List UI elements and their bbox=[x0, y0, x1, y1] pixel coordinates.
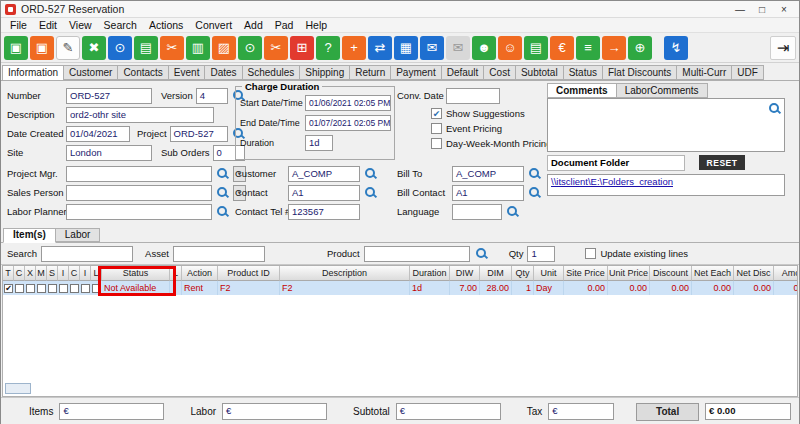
project-field[interactable]: ORD-527 bbox=[170, 126, 228, 142]
row-flag-cell[interactable]: ✔ bbox=[3, 281, 14, 295]
grid-flag-header[interactable]: C bbox=[14, 266, 25, 281]
reset-button[interactable]: RESET bbox=[699, 155, 745, 170]
paste-button[interactable]: ▨ bbox=[212, 36, 236, 60]
grid-flag-header[interactable]: T bbox=[3, 266, 14, 281]
menu-item[interactable]: Convert bbox=[189, 19, 238, 31]
row-flag-cell[interactable] bbox=[91, 281, 102, 295]
number-field[interactable]: ORD-527 bbox=[66, 88, 152, 104]
grid-column-header[interactable]: Net Disc bbox=[734, 266, 774, 281]
duration-field[interactable]: 1d bbox=[305, 135, 333, 151]
grid-column-header[interactable]: Net Each bbox=[692, 266, 734, 281]
cut-button[interactable]: ✂ bbox=[160, 36, 184, 60]
find-items-button[interactable]: ⊙ bbox=[238, 36, 262, 60]
grid-column-header[interactable]: Product ID bbox=[218, 266, 280, 281]
grid-flag-header[interactable]: C bbox=[69, 266, 80, 281]
product-input[interactable] bbox=[364, 246, 470, 262]
labor-planner-search-icon[interactable] bbox=[215, 204, 230, 219]
maximize-button[interactable]: □ bbox=[751, 4, 773, 15]
end-datetime-field[interactable]: 01/07/2021 02:05 PM bbox=[305, 115, 391, 131]
row-flag-cell[interactable] bbox=[14, 281, 25, 295]
purchase-cart-button[interactable]: ⊞ bbox=[290, 36, 314, 60]
main-tab[interactable]: Event bbox=[169, 65, 206, 80]
comments-search-icon[interactable] bbox=[767, 101, 782, 116]
customer-button[interactable]: ☺ bbox=[498, 36, 522, 60]
grid-column-header[interactable]: Amou bbox=[774, 266, 798, 281]
grid-flag-header[interactable]: L bbox=[91, 266, 102, 281]
grid-column-header[interactable]: Duration bbox=[410, 266, 450, 281]
close-button[interactable]: × bbox=[773, 4, 795, 15]
search-button[interactable]: ⊙ bbox=[108, 36, 132, 60]
items-tab[interactable]: Item(s) bbox=[3, 228, 56, 243]
main-tab[interactable]: UDF bbox=[732, 65, 764, 80]
description-field[interactable]: ord2-othr site bbox=[66, 107, 214, 123]
menu-item[interactable]: Actions bbox=[143, 19, 189, 31]
grid-column-header[interactable]: Action bbox=[182, 266, 218, 281]
menu-item[interactable]: View bbox=[63, 19, 98, 31]
edit-button[interactable]: ✎ bbox=[56, 36, 80, 60]
grid-column-header[interactable]: Qty bbox=[512, 266, 534, 281]
search-input[interactable] bbox=[41, 246, 133, 262]
main-tab[interactable]: Return bbox=[350, 65, 391, 80]
shipping-button[interactable]: → bbox=[602, 36, 626, 60]
bill-contact-field[interactable]: A1 bbox=[452, 185, 524, 201]
main-tab[interactable]: Default bbox=[442, 65, 485, 80]
main-tab[interactable]: Subtotal bbox=[516, 65, 564, 80]
grid-flag-header[interactable]: M bbox=[36, 266, 47, 281]
main-tab[interactable]: Contacts bbox=[118, 65, 168, 80]
project-mgr-search-icon[interactable] bbox=[215, 166, 230, 181]
main-tab[interactable]: Shipping bbox=[300, 65, 350, 80]
grid-column-header[interactable]: Status bbox=[102, 266, 170, 281]
row-flag-cell[interactable] bbox=[47, 281, 58, 295]
language-field[interactable] bbox=[452, 204, 502, 220]
notes-disabled-button[interactable]: ✉ bbox=[446, 36, 470, 60]
update-existing-lines-checkbox[interactable] bbox=[585, 248, 596, 259]
menu-item[interactable]: Edit bbox=[33, 19, 63, 31]
add-to-cart-button[interactable]: + bbox=[342, 36, 366, 60]
row-flag-cell[interactable] bbox=[25, 281, 36, 295]
conv-date-field[interactable] bbox=[446, 88, 500, 104]
grid-column-header[interactable]: DIM bbox=[480, 266, 512, 281]
subtotal-field[interactable]: € bbox=[396, 403, 501, 420]
minimize-button[interactable]: — bbox=[729, 4, 751, 15]
grid-column-header[interactable]: L bbox=[170, 266, 182, 281]
network-button[interactable]: ⊕ bbox=[628, 36, 652, 60]
main-tab[interactable]: Status bbox=[564, 65, 603, 80]
menu-item[interactable]: Add bbox=[238, 19, 269, 31]
delete-button[interactable]: ✖ bbox=[82, 36, 106, 60]
save-button[interactable]: ▣ bbox=[4, 36, 28, 60]
main-tab[interactable]: Dates bbox=[205, 65, 242, 80]
bill-to-field[interactable]: A_COMP bbox=[452, 166, 524, 182]
main-tab[interactable]: Payment bbox=[391, 65, 441, 80]
comments-tab[interactable]: Comments bbox=[547, 83, 617, 98]
total-field[interactable]: € 0.00 bbox=[705, 403, 791, 420]
menu-item[interactable]: Help bbox=[299, 19, 333, 31]
remove-items-button[interactable]: ✂ bbox=[264, 36, 288, 60]
main-tab[interactable]: Cost bbox=[484, 65, 516, 80]
items-total-field[interactable]: € bbox=[59, 403, 164, 420]
help-search-button[interactable]: ? bbox=[316, 36, 340, 60]
row-flag-cell[interactable] bbox=[58, 281, 69, 295]
grid-column-header[interactable]: Unit Price bbox=[608, 266, 650, 281]
quick-post-button[interactable]: ↯ bbox=[664, 36, 688, 60]
comments-textarea[interactable] bbox=[547, 98, 785, 152]
site-field[interactable]: London bbox=[66, 145, 152, 161]
billing-button[interactable]: € bbox=[550, 36, 574, 60]
row-flag-cell[interactable] bbox=[69, 281, 80, 295]
document-folder-link[interactable]: \\itsclient\E:\Folders_creation bbox=[551, 176, 673, 187]
project-mgr-field[interactable] bbox=[66, 166, 212, 182]
main-tab[interactable]: Information bbox=[2, 65, 64, 81]
row-flag-cell[interactable] bbox=[36, 281, 47, 295]
sales-person-field[interactable] bbox=[66, 185, 212, 201]
grid-flag-header[interactable]: X bbox=[25, 266, 36, 281]
ledger-button[interactable]: ▤ bbox=[524, 36, 548, 60]
grid-column-header[interactable]: Discount bbox=[650, 266, 692, 281]
item-row[interactable]: ✔ Not AvailableRentF2F21d7.0028.001Day0.… bbox=[3, 281, 798, 295]
contacts-button[interactable]: ☻ bbox=[472, 36, 496, 60]
start-datetime-field[interactable]: 01/06/2021 02:05 PM bbox=[305, 95, 391, 111]
labor-total-field[interactable]: € bbox=[222, 403, 327, 420]
product-search-icon[interactable] bbox=[474, 246, 489, 261]
menu-item[interactable]: File bbox=[4, 19, 33, 31]
modules-button[interactable]: ▦ bbox=[394, 36, 418, 60]
date-created-field[interactable]: 01/04/2021 bbox=[66, 126, 130, 142]
sales-person-search-icon[interactable] bbox=[215, 185, 230, 200]
